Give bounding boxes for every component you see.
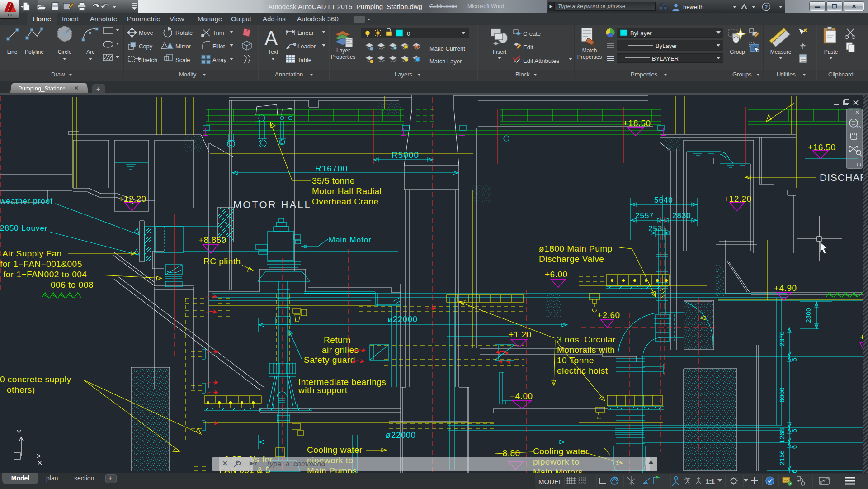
- svg-text:+4.90: +4.90: [774, 283, 797, 293]
- svg-text:ø22000: ø22000: [386, 431, 416, 440]
- svg-text:Layer: Layer: [336, 47, 350, 54]
- svg-text:?: ?: [764, 4, 768, 10]
- svg-text:Main Motor: Main Motor: [329, 236, 372, 244]
- svg-text:2D: 2D: [856, 125, 861, 129]
- svg-text:+2.60: +2.60: [597, 310, 620, 320]
- svg-text:hewetth: hewetth: [683, 4, 704, 10]
- svg-text:6000: 6000: [778, 387, 786, 402]
- svg-text:2830: 2830: [672, 211, 691, 220]
- svg-text:Return: Return: [324, 335, 351, 345]
- svg-text:+1.20: +1.20: [509, 330, 532, 339]
- svg-text:MODEL: MODEL: [538, 478, 562, 485]
- svg-text:Air Supply Fan: Air Supply Fan: [2, 249, 62, 258]
- svg-text:Line: Line: [7, 49, 18, 55]
- svg-text:Match Layer: Match Layer: [429, 58, 462, 65]
- svg-text:0: 0: [407, 30, 410, 37]
- svg-text:+12.20: +12.20: [724, 194, 752, 204]
- svg-text:Group: Group: [730, 49, 745, 55]
- svg-text:Monorails with: Monorails with: [557, 345, 615, 355]
- svg-text:Match: Match: [582, 47, 597, 54]
- svg-text:Table: Table: [297, 57, 311, 63]
- svg-text:0 concrete supply: 0 concrete supply: [0, 375, 71, 384]
- svg-text:−8.80: −8.80: [497, 448, 520, 458]
- svg-text:Array: Array: [212, 57, 227, 63]
- svg-text:6: 6: [790, 358, 798, 361]
- svg-text:Leader: Leader: [297, 43, 316, 50]
- svg-text:Properties: Properties: [577, 54, 602, 60]
- svg-text:Circle: Circle: [58, 49, 72, 55]
- svg-text:Cooling water: Cooling water: [307, 445, 363, 455]
- svg-text:2850 Louver: 2850 Louver: [0, 224, 48, 233]
- svg-text:−4.00: −4.00: [510, 391, 533, 401]
- svg-text:Properties: Properties: [331, 54, 356, 60]
- svg-text:+6.00: +6.00: [545, 270, 568, 279]
- svg-text:2300: 2300: [804, 308, 812, 323]
- svg-text:+8.850: +8.850: [198, 235, 226, 245]
- svg-text:ø22000: ø22000: [387, 315, 418, 324]
- svg-text:10 Tonne: 10 Tonne: [557, 356, 594, 365]
- svg-text:+18.50: +18.50: [623, 119, 651, 128]
- svg-text:Linear: Linear: [297, 29, 314, 36]
- svg-text:with support: with support: [298, 385, 348, 395]
- svg-text:air grilles: air grilles: [322, 345, 359, 355]
- svg-text:weather proof: weather proof: [0, 197, 53, 205]
- svg-text:Motor Hall Radial: Motor Hall Radial: [312, 186, 382, 196]
- svg-text:Overhead Crane: Overhead Crane: [312, 197, 378, 206]
- svg-text:Fillet: Fillet: [212, 43, 225, 50]
- svg-text:for 1−FAN−001&005: for 1−FAN−001&005: [0, 259, 82, 269]
- svg-text:1268: 1268: [778, 428, 786, 443]
- svg-text:ø1800 Main Pump: ø1800 Main Pump: [539, 244, 613, 253]
- svg-text:1:1: 1:1: [706, 478, 715, 485]
- svg-text:Copy: Copy: [139, 43, 153, 50]
- svg-text:Insert: Insert: [493, 49, 507, 55]
- svg-text:2557: 2557: [635, 211, 654, 220]
- svg-text:Make Current: Make Current: [429, 45, 465, 52]
- svg-text:ByLayer: ByLayer: [656, 43, 677, 49]
- svg-text:2156: 2156: [778, 450, 786, 465]
- svg-text:others): others): [7, 385, 35, 394]
- svg-text:Safety guard: Safety guard: [304, 355, 355, 365]
- svg-text:ByLayer: ByLayer: [630, 30, 652, 37]
- svg-text:MOTOR HALL: MOTOR HALL: [233, 199, 311, 210]
- svg-text:+12.20: +12.20: [118, 194, 146, 204]
- svg-text:R16700: R16700: [315, 164, 348, 173]
- svg-text:Move: Move: [139, 29, 153, 36]
- svg-text:Edit Attributes: Edit Attributes: [523, 57, 560, 64]
- svg-text:RC plinth: RC plinth: [203, 256, 241, 266]
- svg-text:A: A: [264, 27, 278, 49]
- svg-text:35/5 tonne: 35/5 tonne: [312, 176, 355, 185]
- svg-text:Cooling water: Cooling water: [533, 446, 589, 456]
- svg-text:Mirror: Mirror: [175, 43, 191, 50]
- svg-text:Create: Create: [523, 30, 541, 37]
- svg-text:Discharge Valve: Discharge Valve: [539, 254, 604, 264]
- svg-text:Scale: Scale: [175, 57, 190, 63]
- svg-text:6: 6: [790, 445, 798, 449]
- svg-text:electric hoist: electric hoist: [557, 366, 608, 375]
- svg-text:DISCHAR: DISCHAR: [820, 172, 868, 183]
- svg-text:Edit: Edit: [523, 44, 533, 51]
- svg-text:6: 6: [790, 470, 798, 473]
- svg-text:R5000: R5000: [392, 150, 419, 160]
- svg-text:Trim: Trim: [212, 29, 224, 36]
- svg-text:Measure: Measure: [770, 49, 792, 55]
- svg-text:5640: 5640: [654, 196, 673, 204]
- svg-text:3 nos. Circular: 3 nos. Circular: [557, 335, 616, 344]
- svg-text:for 1−FAN002 to 004: for 1−FAN002 to 004: [3, 270, 87, 279]
- svg-text:2370: 2370: [778, 331, 786, 346]
- svg-text:Paste: Paste: [824, 49, 838, 55]
- svg-text:Stretch: Stretch: [139, 57, 157, 63]
- svg-text:Polyline: Polyline: [25, 49, 44, 55]
- svg-text:Arc: Arc: [86, 49, 94, 55]
- svg-text:Text: Text: [268, 49, 278, 55]
- svg-text:006 to 008: 006 to 008: [51, 280, 94, 290]
- svg-text:Rotate: Rotate: [175, 29, 193, 36]
- svg-text:6: 6: [790, 429, 798, 432]
- svg-text:BYLAYER: BYLAYER: [652, 55, 679, 62]
